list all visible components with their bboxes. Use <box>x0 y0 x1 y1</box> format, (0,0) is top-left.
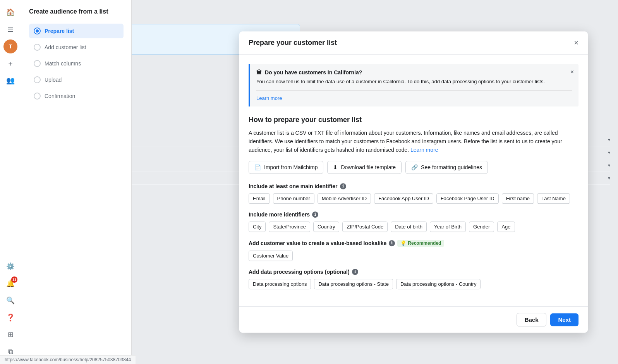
next-button[interactable]: Next <box>550 313 579 326</box>
data-processing-label: Add data processing options (optional) ℹ <box>249 269 579 275</box>
data-processing-info-icon[interactable]: ℹ <box>352 269 358 275</box>
modal-title: Prepare your customer list <box>249 39 337 47</box>
modal-footer: Back Next <box>239 306 588 333</box>
step-label-upload: Upload <box>45 77 62 83</box>
more-identifiers-info-icon[interactable]: ℹ <box>312 211 318 218</box>
tag-data-processing: Data processing options <box>249 279 311 289</box>
how-to-description: A customer list is a CSV or TXT file of … <box>249 129 579 155</box>
step-radio-prepare <box>34 27 41 34</box>
action-buttons-row: 📄 Import from Mailchimp ⬇ Download file … <box>249 161 579 174</box>
tag-customer-value: Customer Value <box>249 251 293 261</box>
chevron-down-icon: ▾ <box>608 150 610 155</box>
sidebar-avatar[interactable]: T <box>3 39 17 53</box>
sidebar-icon-bell[interactable]: 🔔 33 <box>3 276 17 290</box>
sidebar-icon-users[interactable]: 👥 <box>3 74 17 88</box>
customer-value-info-icon[interactable]: ℹ <box>389 240 395 246</box>
step-radio-add-customer <box>34 44 41 51</box>
chevron-down-icon: ▾ <box>608 163 610 168</box>
step-label-confirmation: Confirmation <box>45 93 75 99</box>
modal: Prepare your customer list × × 🏛 Do you … <box>239 31 588 333</box>
step-radio-upload <box>34 76 41 83</box>
tag-city: City <box>249 221 266 232</box>
tag-year-of-birth: Year of Birth <box>430 221 466 232</box>
more-identifiers-section: Include more identifiers ℹ City State/Pr… <box>249 211 579 232</box>
tag-data-processing-country: Data processing options - Country <box>396 279 481 289</box>
customer-value-section: Add customer value to create a value-bas… <box>249 240 579 261</box>
tag-country: Country <box>313 221 340 232</box>
tag-first-name: First name <box>502 193 534 204</box>
modal-close-button[interactable]: × <box>574 38 579 47</box>
download-template-button[interactable]: ⬇ Download file template <box>327 161 402 174</box>
tag-date-of-birth: Date of birth <box>391 221 427 232</box>
modal-body: × 🏛 Do you have customers in California?… <box>239 55 588 306</box>
data-processing-section: Add data processing options (optional) ℹ… <box>249 269 579 289</box>
customer-value-tags: Customer Value <box>249 251 579 261</box>
sidebar-icon-grid[interactable]: ⊞ <box>3 328 17 342</box>
tag-facebook-page-user-id: Facebook Page User ID <box>436 193 499 204</box>
main-identifiers-section: Include at least one main identifier ℹ E… <box>249 183 579 204</box>
recommended-badge: 💡 Recommended <box>397 240 444 247</box>
tag-facebook-app-user-id: Facebook App User ID <box>374 193 433 204</box>
california-banner-link[interactable]: Learn more <box>256 95 572 101</box>
chevron-down-icon: ▾ <box>608 175 610 181</box>
step-radio-match <box>34 60 41 67</box>
tag-data-processing-state: Data processing options - State <box>314 279 393 289</box>
step-match-columns[interactable]: Match columns <box>29 56 124 71</box>
download-icon: ⬇ <box>333 164 338 170</box>
main-identifiers-info-icon[interactable]: ℹ <box>340 183 346 189</box>
bank-icon: 🏛 <box>256 69 262 76</box>
chevron-down-icon: ▾ <box>608 137 610 143</box>
california-banner-title: 🏛 Do you have customers in California? <box>256 69 572 76</box>
modal-header: Prepare your customer list × <box>239 31 588 55</box>
main-identifiers-tags: Email Phone number Mobile Advertiser ID … <box>249 193 579 204</box>
sidebar-icon-question[interactable]: ❓ <box>3 311 17 325</box>
step-label-match: Match columns <box>45 60 81 67</box>
back-button[interactable]: Back <box>517 313 547 326</box>
mailchimp-icon: 📄 <box>254 164 261 170</box>
link-icon: 🔗 <box>411 164 418 170</box>
how-to-link[interactable]: Learn more <box>410 147 438 153</box>
sidebar: 🏠 ☰ T ＋ 👥 ⚙️ 🔔 33 🔍 ❓ ⊞ ⧉ <box>0 0 21 364</box>
step-label-prepare: Prepare list <box>45 28 74 34</box>
tag-age: Age <box>497 221 515 232</box>
step-prepare-list[interactable]: Prepare list <box>29 24 124 38</box>
step-radio-confirmation <box>34 93 41 100</box>
tag-email: Email <box>249 193 270 204</box>
step-add-customer[interactable]: Add customer list <box>29 40 124 55</box>
tag-state-province: State/Province <box>269 221 310 232</box>
california-banner-close-button[interactable]: × <box>570 69 574 76</box>
formatting-guidelines-button[interactable]: 🔗 See formatting guidelines <box>405 161 488 174</box>
tag-mobile-advertiser-id: Mobile Advertiser ID <box>318 193 371 204</box>
more-identifiers-label: Include more identifiers ℹ <box>249 211 579 218</box>
side-panel: Create audience from a list Prepare list… <box>21 0 132 364</box>
sidebar-icon-home[interactable]: 🏠 <box>3 5 17 19</box>
sidebar-icon-plus[interactable]: ＋ <box>3 57 17 70</box>
how-to-heading: How to prepare your customer list <box>249 116 579 124</box>
california-banner-divider <box>256 90 572 91</box>
notification-badge: 33 <box>11 276 17 283</box>
tag-phone-number: Phone number <box>273 193 314 204</box>
url-bar: https://www.facebook.com/business/help/2… <box>0 355 136 364</box>
california-banner: × 🏛 Do you have customers in California?… <box>249 64 579 106</box>
california-banner-text: You can now tell us to limit the data us… <box>256 78 572 86</box>
step-confirmation[interactable]: Confirmation <box>29 89 124 103</box>
tag-last-name: Last Name <box>537 193 570 204</box>
tag-gender: Gender <box>469 221 494 232</box>
sidebar-icon-search[interactable]: 🔍 <box>3 294 17 307</box>
data-processing-tags: Data processing options Data processing … <box>249 279 579 289</box>
side-panel-title: Create audience from a list <box>29 8 124 16</box>
step-label-add-customer: Add customer list <box>45 44 86 50</box>
customer-value-label: Add customer value to create a value-bas… <box>249 240 579 247</box>
main-identifiers-label: Include at least one main identifier ℹ <box>249 183 579 189</box>
lightbulb-icon: 💡 <box>400 240 406 246</box>
import-mailchimp-button[interactable]: 📄 Import from Mailchimp <box>249 161 323 174</box>
sidebar-icon-settings[interactable]: ⚙️ <box>3 259 17 273</box>
sidebar-icon-menu[interactable]: ☰ <box>3 22 17 36</box>
step-upload[interactable]: Upload <box>29 72 124 87</box>
tag-zip-postal-code: ZIP/Postal Code <box>342 221 388 232</box>
more-identifiers-tags: City State/Province Country ZIP/Postal C… <box>249 221 579 232</box>
